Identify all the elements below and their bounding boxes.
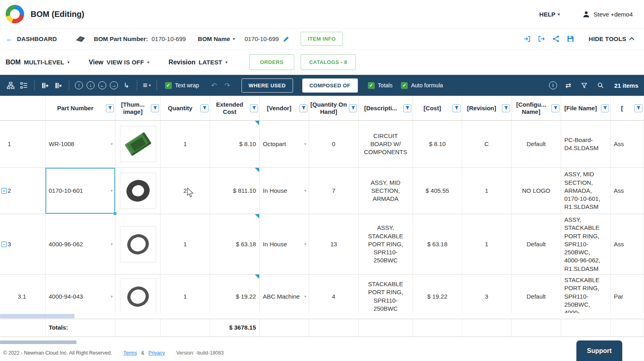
row-number-cell[interactable]: 3.1 bbox=[0, 274, 45, 313]
extended-cost-cell[interactable]: $ 63.18 bbox=[210, 214, 260, 274]
demote-arrow-icon[interactable]: ↳ bbox=[122, 80, 131, 90]
thumbnail-cell[interactable] bbox=[116, 214, 161, 274]
alignment-dropdown[interactable]: ≡ ▾ bbox=[143, 81, 151, 90]
move-down-icon[interactable]: ↓ bbox=[87, 81, 95, 89]
vendor-cell[interactable]: ABC Machine ▾ bbox=[260, 274, 309, 313]
filter-button[interactable] bbox=[551, 104, 559, 112]
header-extended-cost[interactable]: Extended Cost bbox=[210, 96, 260, 120]
chevron-down-icon[interactable]: ▾ bbox=[304, 188, 306, 194]
add-column-icon[interactable] bbox=[40, 80, 50, 90]
indent-right-icon[interactable]: → bbox=[110, 81, 118, 89]
header-cost[interactable]: [Cost] bbox=[413, 96, 462, 120]
move-up-icon[interactable]: ↑ bbox=[75, 81, 83, 89]
info-icon[interactable]: i bbox=[549, 81, 557, 89]
remove-column-icon[interactable] bbox=[54, 80, 63, 90]
row-number-cell[interactable]: 1 bbox=[0, 121, 45, 167]
type-cell[interactable]: Par bbox=[611, 274, 644, 313]
view-dropdown[interactable]: View VIEW IS OFF ▾ bbox=[89, 59, 149, 66]
chevron-down-icon[interactable]: ▾ bbox=[304, 141, 306, 147]
header-quantity[interactable]: Quantity bbox=[161, 96, 210, 120]
undo-icon[interactable]: ↶ bbox=[209, 80, 219, 90]
chevron-down-icon[interactable]: ▾ bbox=[304, 294, 306, 299]
where-used-button[interactable]: WHERE USED bbox=[242, 78, 293, 93]
quantity-on-hand-cell[interactable]: 7 bbox=[309, 168, 359, 214]
filter-button[interactable] bbox=[452, 104, 460, 112]
back-arrow-icon[interactable]: ← bbox=[6, 35, 13, 43]
extended-cost-cell[interactable]: $ 811.10 bbox=[210, 168, 260, 214]
cost-cell[interactable]: $ 405.55 bbox=[413, 168, 462, 214]
bom-mode-dropdown[interactable]: BOM MULTI-LEVEL ▾ bbox=[6, 59, 70, 66]
bom-name-dropdown[interactable]: BOM Name bbox=[198, 35, 230, 42]
outdent-icon[interactable]: ← bbox=[98, 81, 106, 89]
item-info-button[interactable]: ITEM INFO bbox=[301, 32, 343, 46]
file-name-cell[interactable]: ASSY, STACKABLE PORT RING, SPR110-250BWC… bbox=[561, 214, 611, 274]
cost-cell[interactable]: $ 8.10 bbox=[413, 121, 462, 167]
header-quantity-on-hand[interactable]: [Quantity On Hand] bbox=[309, 96, 359, 120]
composed-of-button[interactable]: COMPOSED OF bbox=[302, 78, 358, 93]
part-number-cell[interactable]: 4000-94-043 ▾ bbox=[45, 274, 116, 313]
filter-button[interactable] bbox=[151, 104, 159, 112]
auto-formula-checkbox[interactable]: ✓ Auto formula bbox=[401, 82, 443, 89]
description-cell[interactable]: STACKABLE PORT RING, SPR110-250BWC bbox=[359, 274, 413, 313]
type-cell[interactable]: Ass bbox=[611, 214, 644, 274]
save-icon[interactable] bbox=[567, 35, 574, 43]
filter-button[interactable] bbox=[502, 104, 510, 112]
help-menu[interactable]: HELP ▾ bbox=[539, 11, 560, 18]
quantity-on-hand-cell[interactable]: 0 bbox=[309, 121, 359, 167]
file-name-cell[interactable]: ASSY, MID SECTION, ARMADA, 0170-10-601, … bbox=[561, 168, 611, 214]
share-icon[interactable] bbox=[552, 35, 560, 43]
quantity-cell[interactable]: 1 bbox=[161, 121, 210, 167]
vendor-cell[interactable]: In House ▾ bbox=[260, 168, 309, 214]
file-name-cell[interactable]: STACKABLE PORT RING, SPR110-250BWC, 4000… bbox=[561, 274, 611, 313]
cost-cell[interactable]: $ 63.18 bbox=[413, 214, 462, 274]
quantity-on-hand-cell[interactable]: 4 bbox=[309, 274, 359, 313]
extended-cost-cell[interactable]: $ 19.22 bbox=[210, 274, 260, 313]
filter-button[interactable] bbox=[601, 104, 609, 112]
revision-cell[interactable]: 3 bbox=[462, 274, 512, 313]
row-number-cell[interactable]: − 3 bbox=[0, 214, 45, 274]
flat-list-icon[interactable] bbox=[19, 80, 29, 90]
import-icon[interactable] bbox=[523, 35, 531, 43]
thumbnail-cell[interactable] bbox=[116, 274, 161, 313]
collapse-icon[interactable]: − bbox=[1, 241, 7, 247]
chevron-down-icon[interactable]: ▾ bbox=[233, 37, 235, 41]
dashboard-link[interactable]: DASHBOARD bbox=[17, 35, 57, 42]
header-configuration-name[interactable]: [Configu... Name] bbox=[512, 96, 561, 120]
user-menu[interactable]: Steve +demo4 bbox=[582, 10, 633, 18]
vendor-cell[interactable]: Octopart ▾ bbox=[260, 121, 309, 167]
text-wrap-checkbox[interactable]: ✓ Text wrap bbox=[165, 82, 199, 89]
catalogs-button[interactable]: CATALOGS - 8 bbox=[301, 54, 356, 70]
filter-button[interactable] bbox=[250, 104, 258, 112]
row-number-cell[interactable]: + 2 bbox=[0, 168, 45, 214]
header-vendor[interactable]: [Vendor] bbox=[260, 96, 309, 120]
quantity-cell[interactable]: 1 bbox=[161, 274, 210, 313]
thumbnail-cell[interactable] bbox=[116, 168, 161, 214]
export-icon[interactable] bbox=[538, 35, 545, 43]
part-number-cell[interactable]: 4000-96-062 ▾ bbox=[45, 214, 116, 274]
quantity-on-hand-cell[interactable]: 13 bbox=[309, 214, 359, 274]
support-button[interactable]: Support bbox=[576, 340, 622, 361]
part-number-cell-selected[interactable]: 0170-10-601 ▾ bbox=[45, 168, 116, 214]
extended-cost-cell[interactable]: $ 8.10 bbox=[210, 121, 260, 167]
scrollbar-thumb[interactable] bbox=[0, 340, 76, 344]
redo-icon[interactable]: ↷ bbox=[223, 80, 232, 90]
revision-cell[interactable]: 1 bbox=[462, 168, 512, 214]
chevron-down-icon[interactable]: ▾ bbox=[111, 141, 113, 147]
header-file-name[interactable]: [File Name] bbox=[561, 96, 611, 120]
hide-tools-toggle[interactable]: HIDE TOOLS bbox=[589, 35, 634, 42]
header-type[interactable]: [ bbox=[611, 96, 644, 120]
cost-cell[interactable]: $ 19.22 bbox=[413, 274, 462, 313]
configuration-name-cell[interactable]: NO LOGO bbox=[512, 168, 561, 214]
vendor-cell[interactable]: In House ▾ bbox=[260, 214, 309, 274]
chevron-down-icon[interactable]: ▾ bbox=[304, 241, 306, 247]
header-description[interactable]: [Descripti... bbox=[359, 96, 413, 120]
configuration-name-cell[interactable]: Default bbox=[512, 214, 561, 274]
type-cell[interactable]: Ass bbox=[611, 121, 644, 167]
fit-columns-icon[interactable]: ⇄ bbox=[564, 80, 573, 90]
filter-button[interactable] bbox=[403, 104, 411, 112]
header-part-number[interactable]: Part Number bbox=[45, 96, 116, 120]
expand-icon[interactable]: + bbox=[1, 188, 7, 194]
terms-link[interactable]: Terms bbox=[123, 350, 137, 356]
filter-button[interactable] bbox=[200, 104, 208, 112]
header-thumbnail[interactable]: [Thum... image] bbox=[116, 96, 161, 120]
